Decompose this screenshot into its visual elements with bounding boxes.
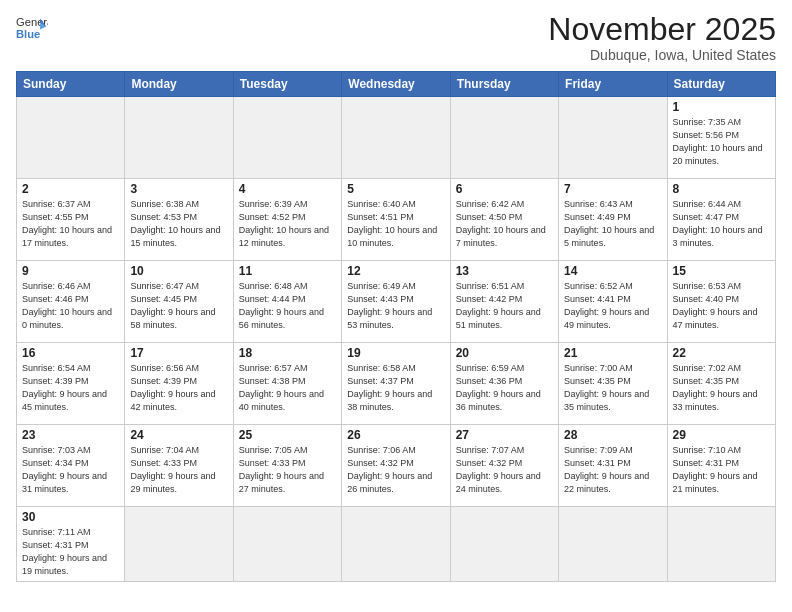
calendar-cell xyxy=(450,507,558,582)
calendar-cell xyxy=(667,507,775,582)
day-number: 2 xyxy=(22,182,119,196)
day-number: 30 xyxy=(22,510,119,524)
day-number: 14 xyxy=(564,264,661,278)
day-info: Sunrise: 6:44 AM Sunset: 4:47 PM Dayligh… xyxy=(673,198,770,250)
calendar-cell: 20Sunrise: 6:59 AM Sunset: 4:36 PM Dayli… xyxy=(450,343,558,425)
day-number: 9 xyxy=(22,264,119,278)
day-number: 25 xyxy=(239,428,336,442)
calendar-cell: 13Sunrise: 6:51 AM Sunset: 4:42 PM Dayli… xyxy=(450,261,558,343)
day-info: Sunrise: 7:09 AM Sunset: 4:31 PM Dayligh… xyxy=(564,444,661,496)
page: General Blue November 2025 Dubuque, Iowa… xyxy=(0,0,792,612)
calendar-cell xyxy=(233,507,341,582)
weekday-header-monday: Monday xyxy=(125,72,233,97)
day-info: Sunrise: 6:47 AM Sunset: 4:45 PM Dayligh… xyxy=(130,280,227,332)
calendar-week-row: 1Sunrise: 7:35 AM Sunset: 5:56 PM Daylig… xyxy=(17,97,776,179)
calendar-cell: 1Sunrise: 7:35 AM Sunset: 5:56 PM Daylig… xyxy=(667,97,775,179)
day-number: 27 xyxy=(456,428,553,442)
calendar-cell: 8Sunrise: 6:44 AM Sunset: 4:47 PM Daylig… xyxy=(667,179,775,261)
calendar-cell: 4Sunrise: 6:39 AM Sunset: 4:52 PM Daylig… xyxy=(233,179,341,261)
day-number: 17 xyxy=(130,346,227,360)
day-info: Sunrise: 6:57 AM Sunset: 4:38 PM Dayligh… xyxy=(239,362,336,414)
calendar-cell xyxy=(559,97,667,179)
calendar-cell: 10Sunrise: 6:47 AM Sunset: 4:45 PM Dayli… xyxy=(125,261,233,343)
day-number: 15 xyxy=(673,264,770,278)
day-number: 4 xyxy=(239,182,336,196)
calendar-week-row: 16Sunrise: 6:54 AM Sunset: 4:39 PM Dayli… xyxy=(17,343,776,425)
day-info: Sunrise: 6:42 AM Sunset: 4:50 PM Dayligh… xyxy=(456,198,553,250)
weekday-header-row: SundayMondayTuesdayWednesdayThursdayFrid… xyxy=(17,72,776,97)
calendar-cell: 7Sunrise: 6:43 AM Sunset: 4:49 PM Daylig… xyxy=(559,179,667,261)
day-info: Sunrise: 7:00 AM Sunset: 4:35 PM Dayligh… xyxy=(564,362,661,414)
generalblue-logo-icon: General Blue xyxy=(16,12,48,44)
calendar-cell: 2Sunrise: 6:37 AM Sunset: 4:55 PM Daylig… xyxy=(17,179,125,261)
weekday-header-thursday: Thursday xyxy=(450,72,558,97)
calendar-cell: 21Sunrise: 7:00 AM Sunset: 4:35 PM Dayli… xyxy=(559,343,667,425)
day-info: Sunrise: 6:40 AM Sunset: 4:51 PM Dayligh… xyxy=(347,198,444,250)
logo: General Blue xyxy=(16,12,48,44)
day-info: Sunrise: 6:48 AM Sunset: 4:44 PM Dayligh… xyxy=(239,280,336,332)
day-info: Sunrise: 6:52 AM Sunset: 4:41 PM Dayligh… xyxy=(564,280,661,332)
month-title: November 2025 xyxy=(548,12,776,47)
day-number: 12 xyxy=(347,264,444,278)
day-number: 20 xyxy=(456,346,553,360)
day-number: 1 xyxy=(673,100,770,114)
calendar-cell xyxy=(342,507,450,582)
day-number: 6 xyxy=(456,182,553,196)
calendar-cell: 25Sunrise: 7:05 AM Sunset: 4:33 PM Dayli… xyxy=(233,425,341,507)
calendar-cell xyxy=(125,507,233,582)
day-info: Sunrise: 6:38 AM Sunset: 4:53 PM Dayligh… xyxy=(130,198,227,250)
day-info: Sunrise: 7:06 AM Sunset: 4:32 PM Dayligh… xyxy=(347,444,444,496)
title-section: November 2025 Dubuque, Iowa, United Stat… xyxy=(548,12,776,63)
location: Dubuque, Iowa, United States xyxy=(548,47,776,63)
day-number: 19 xyxy=(347,346,444,360)
calendar-table: SundayMondayTuesdayWednesdayThursdayFrid… xyxy=(16,71,776,582)
day-number: 3 xyxy=(130,182,227,196)
calendar-cell: 6Sunrise: 6:42 AM Sunset: 4:50 PM Daylig… xyxy=(450,179,558,261)
calendar-cell: 18Sunrise: 6:57 AM Sunset: 4:38 PM Dayli… xyxy=(233,343,341,425)
day-info: Sunrise: 6:54 AM Sunset: 4:39 PM Dayligh… xyxy=(22,362,119,414)
calendar-cell: 29Sunrise: 7:10 AM Sunset: 4:31 PM Dayli… xyxy=(667,425,775,507)
day-number: 23 xyxy=(22,428,119,442)
day-number: 5 xyxy=(347,182,444,196)
calendar-cell: 5Sunrise: 6:40 AM Sunset: 4:51 PM Daylig… xyxy=(342,179,450,261)
svg-text:Blue: Blue xyxy=(16,28,40,40)
calendar-cell xyxy=(233,97,341,179)
day-number: 7 xyxy=(564,182,661,196)
day-info: Sunrise: 6:53 AM Sunset: 4:40 PM Dayligh… xyxy=(673,280,770,332)
weekday-header-wednesday: Wednesday xyxy=(342,72,450,97)
calendar-cell: 9Sunrise: 6:46 AM Sunset: 4:46 PM Daylig… xyxy=(17,261,125,343)
calendar-cell: 28Sunrise: 7:09 AM Sunset: 4:31 PM Dayli… xyxy=(559,425,667,507)
day-number: 8 xyxy=(673,182,770,196)
day-info: Sunrise: 7:07 AM Sunset: 4:32 PM Dayligh… xyxy=(456,444,553,496)
day-number: 29 xyxy=(673,428,770,442)
calendar-cell: 23Sunrise: 7:03 AM Sunset: 4:34 PM Dayli… xyxy=(17,425,125,507)
weekday-header-sunday: Sunday xyxy=(17,72,125,97)
calendar-cell xyxy=(559,507,667,582)
day-info: Sunrise: 7:10 AM Sunset: 4:31 PM Dayligh… xyxy=(673,444,770,496)
day-info: Sunrise: 7:04 AM Sunset: 4:33 PM Dayligh… xyxy=(130,444,227,496)
calendar-cell: 15Sunrise: 6:53 AM Sunset: 4:40 PM Dayli… xyxy=(667,261,775,343)
calendar-cell xyxy=(450,97,558,179)
day-number: 18 xyxy=(239,346,336,360)
calendar-cell: 30Sunrise: 7:11 AM Sunset: 4:31 PM Dayli… xyxy=(17,507,125,582)
day-number: 10 xyxy=(130,264,227,278)
calendar-cell: 3Sunrise: 6:38 AM Sunset: 4:53 PM Daylig… xyxy=(125,179,233,261)
day-number: 16 xyxy=(22,346,119,360)
day-number: 28 xyxy=(564,428,661,442)
day-number: 13 xyxy=(456,264,553,278)
day-number: 24 xyxy=(130,428,227,442)
calendar-cell: 17Sunrise: 6:56 AM Sunset: 4:39 PM Dayli… xyxy=(125,343,233,425)
calendar-cell: 24Sunrise: 7:04 AM Sunset: 4:33 PM Dayli… xyxy=(125,425,233,507)
day-number: 21 xyxy=(564,346,661,360)
day-number: 22 xyxy=(673,346,770,360)
day-info: Sunrise: 6:56 AM Sunset: 4:39 PM Dayligh… xyxy=(130,362,227,414)
header: General Blue November 2025 Dubuque, Iowa… xyxy=(16,12,776,63)
calendar-week-row: 23Sunrise: 7:03 AM Sunset: 4:34 PM Dayli… xyxy=(17,425,776,507)
day-info: Sunrise: 6:59 AM Sunset: 4:36 PM Dayligh… xyxy=(456,362,553,414)
calendar-cell: 11Sunrise: 6:48 AM Sunset: 4:44 PM Dayli… xyxy=(233,261,341,343)
calendar-week-row: 9Sunrise: 6:46 AM Sunset: 4:46 PM Daylig… xyxy=(17,261,776,343)
day-info: Sunrise: 7:02 AM Sunset: 4:35 PM Dayligh… xyxy=(673,362,770,414)
day-info: Sunrise: 7:03 AM Sunset: 4:34 PM Dayligh… xyxy=(22,444,119,496)
day-info: Sunrise: 7:11 AM Sunset: 4:31 PM Dayligh… xyxy=(22,526,119,578)
calendar-cell xyxy=(125,97,233,179)
